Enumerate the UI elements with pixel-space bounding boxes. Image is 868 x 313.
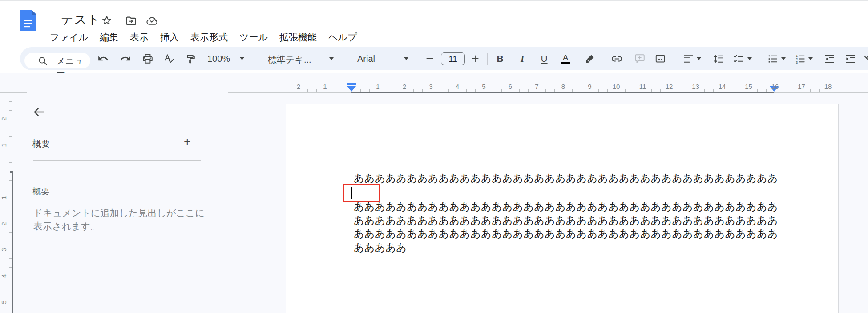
h-ruler-tick xyxy=(837,89,837,92)
left-indent-marker[interactable] xyxy=(347,86,356,92)
menu-1[interactable]: 編集 xyxy=(94,29,124,45)
document-text-line[interactable]: ああああああああああああああああああああああああああああああああああああああああ xyxy=(354,171,778,185)
align-button[interactable] xyxy=(681,51,695,66)
h-ruler-tick xyxy=(528,89,529,92)
h-ruler-tick xyxy=(422,89,423,92)
menu-2[interactable]: 表示 xyxy=(124,29,154,45)
text-cursor xyxy=(351,187,352,199)
checklist-dropdown-arrow[interactable] xyxy=(747,57,752,60)
menu-bar: ファイル編集表示挿入表示形式ツール拡張機能ヘルプ xyxy=(44,29,363,45)
redo-button[interactable] xyxy=(118,51,133,66)
font-size-decrease-button[interactable] xyxy=(423,51,437,66)
h-ruler-number: 16 xyxy=(771,83,779,90)
h-ruler-tick xyxy=(581,89,581,92)
v-ruler-tick xyxy=(9,241,12,241)
h-ruler-number: 8 xyxy=(561,83,565,90)
v-ruler-tick xyxy=(9,110,12,111)
text-color-button[interactable]: A xyxy=(558,51,573,66)
add-heading-button[interactable]: + xyxy=(180,134,195,149)
menu-3[interactable]: 挿入 xyxy=(154,29,185,45)
h-ruler-tick xyxy=(316,89,317,92)
h-ruler-tick xyxy=(704,89,705,92)
checklist-button[interactable] xyxy=(731,51,745,66)
paragraph-style-select[interactable]: 標準テキ... xyxy=(268,54,311,66)
h-ruler-tick xyxy=(784,89,784,92)
v-ruler-tick xyxy=(9,128,12,128)
document-title[interactable]: テスト xyxy=(61,12,101,28)
close-outline-button[interactable] xyxy=(31,104,47,120)
v-ruler-tick xyxy=(9,258,12,259)
h-ruler-tick xyxy=(625,89,626,92)
h-ruler-tick xyxy=(475,89,476,92)
first-line-indent-marker[interactable] xyxy=(347,83,356,85)
h-ruler-number: 17 xyxy=(798,83,805,90)
paint-format-button[interactable] xyxy=(183,51,198,66)
highlight-color-button[interactable] xyxy=(583,51,597,66)
v-ruler-tick xyxy=(9,189,12,189)
menu-6[interactable]: 拡張機能 xyxy=(274,29,323,45)
spellcheck-button[interactable] xyxy=(162,51,176,66)
font-size-increase-button[interactable] xyxy=(468,51,482,66)
increase-indent-button[interactable] xyxy=(843,51,857,66)
font-size-input[interactable]: 11 xyxy=(441,52,465,65)
font-dropdown-arrow[interactable] xyxy=(404,57,408,60)
menu-5[interactable]: ツール xyxy=(234,29,274,45)
h-ruler-tick xyxy=(572,89,573,92)
h-ruler-tick xyxy=(369,89,370,92)
v-ruler-tick xyxy=(9,267,12,268)
h-ruler-tick xyxy=(554,89,555,92)
search-icon xyxy=(37,56,48,66)
numbered-list-dropdown-arrow[interactable] xyxy=(808,57,813,60)
v-ruler-number: 1 xyxy=(0,196,8,199)
vertical-ruler-margin-mark xyxy=(10,171,13,173)
bulleted-list-dropdown-arrow[interactable] xyxy=(781,57,786,60)
h-ruler-tick xyxy=(598,89,599,92)
v-ruler-number: 1 xyxy=(0,144,8,147)
cloud-saved-icon[interactable] xyxy=(146,14,158,27)
h-ruler-number: 11 xyxy=(639,83,646,90)
h-ruler-tick xyxy=(731,89,731,92)
menu-7[interactable]: ヘルプ xyxy=(323,29,363,45)
undo-button[interactable] xyxy=(96,51,110,66)
numbered-list-button[interactable]: 123 xyxy=(793,51,807,66)
v-ruler-number: 2 xyxy=(0,117,8,121)
style-dropdown-arrow[interactable] xyxy=(329,57,334,60)
bulleted-list-button[interactable] xyxy=(765,51,779,66)
h-ruler-tick xyxy=(493,89,493,92)
zoom-select[interactable]: 100% xyxy=(207,54,230,64)
menu-0[interactable]: ファイル xyxy=(44,29,94,45)
align-dropdown-arrow[interactable] xyxy=(697,57,701,60)
bold-button[interactable]: B xyxy=(493,51,507,66)
h-ruler-number: 15 xyxy=(745,83,752,90)
horizontal-ruler-content-line xyxy=(351,92,774,93)
decrease-indent-button[interactable] xyxy=(822,51,836,66)
clear-formatting-button-partial[interactable] xyxy=(861,51,868,66)
h-ruler-tick xyxy=(343,89,343,92)
document-text-line[interactable]: ああああああああああああああああああああああああああああああああああああああああ xyxy=(354,213,778,227)
print-button[interactable] xyxy=(141,51,155,66)
h-ruler-tick xyxy=(501,89,502,92)
move-folder-icon[interactable] xyxy=(125,14,137,27)
insert-link-button[interactable] xyxy=(610,51,624,66)
v-ruler-tick xyxy=(9,285,12,285)
docs-logo-icon[interactable] xyxy=(20,10,36,33)
zoom-dropdown-arrow[interactable] xyxy=(240,57,244,60)
h-ruler-tick xyxy=(819,89,820,92)
v-ruler-tick xyxy=(9,293,12,293)
ime-composition-box[interactable] xyxy=(343,184,380,202)
insert-image-button[interactable] xyxy=(653,51,667,66)
star-icon[interactable] xyxy=(101,14,113,27)
menu-4[interactable]: 表示形式 xyxy=(185,29,234,45)
line-spacing-button[interactable] xyxy=(711,51,725,66)
document-text-line[interactable]: ああああああああああああああああああああああああああああああああああああああああ xyxy=(354,227,778,241)
h-ruler-tick xyxy=(448,89,449,92)
v-ruler-number: 5 xyxy=(0,300,8,304)
italic-button[interactable]: I xyxy=(515,51,529,66)
document-text-line[interactable]: あああああ xyxy=(354,241,407,254)
underline-button[interactable]: U xyxy=(537,51,551,66)
search-menus-button[interactable]: メニュー xyxy=(24,53,90,68)
h-ruler-number: 5 xyxy=(482,83,485,90)
document-text-line[interactable]: ああああああああああああああああああああああああああああああああああああああああ xyxy=(354,200,778,213)
font-select[interactable]: Arial xyxy=(357,54,375,64)
add-comment-button[interactable] xyxy=(633,51,647,66)
